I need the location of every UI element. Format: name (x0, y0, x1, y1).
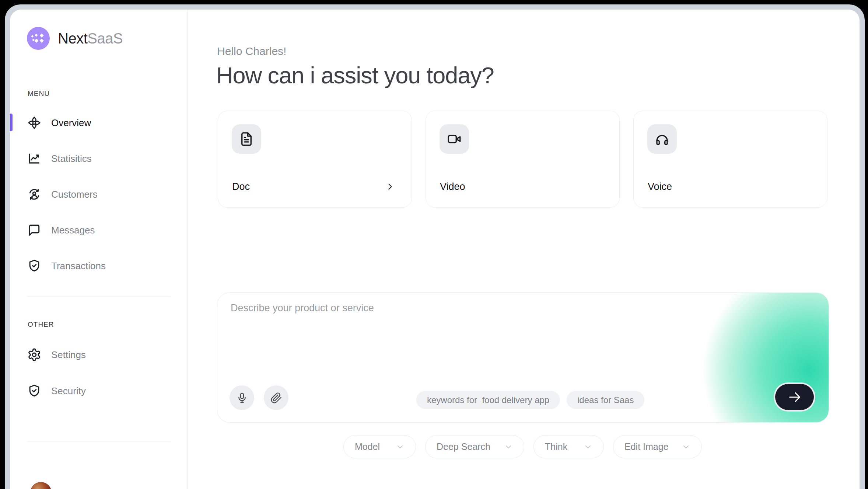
card-voice[interactable]: Voice (633, 111, 827, 208)
card-video[interactable]: Video (426, 111, 620, 208)
option-label: Model (355, 441, 380, 452)
chevron-down-icon (682, 443, 690, 451)
sidebar-item-customers[interactable]: Customers (27, 183, 175, 206)
main-content: Hello Charles! How can i assist you toda… (188, 10, 860, 489)
active-item-indicator (10, 114, 13, 131)
brand-name-secondary: SaaS (87, 30, 123, 46)
sidebar: NextSaaS MENU Overview Statisitics (10, 10, 188, 489)
sidebar-divider (27, 441, 171, 441)
mic-button[interactable] (230, 385, 254, 410)
option-label: Edit Image (624, 441, 669, 452)
prompt-input[interactable] (231, 302, 680, 361)
sidebar-item-overview[interactable]: Overview (27, 111, 175, 135)
brand-logo-badge (27, 27, 50, 50)
line-chart-icon (27, 152, 41, 166)
card-label: Doc (232, 181, 250, 193)
sidebar-item-transactions[interactable]: Transactions (27, 254, 175, 278)
pixel-arrow-icon (27, 27, 50, 50)
sidebar-item-label: Security (51, 385, 86, 397)
paperclip-icon (270, 392, 282, 404)
suggestion-chip-ideas[interactable]: ideas for Saas (567, 391, 644, 409)
option-label: Think (545, 441, 567, 452)
sidebar-item-messages[interactable]: Messages (27, 218, 175, 242)
chevron-right-icon[interactable] (385, 181, 395, 192)
headphones-icon (654, 131, 670, 147)
sidebar-item-label: Customers (51, 189, 98, 200)
brand-name-primary: Next (58, 30, 87, 46)
chevron-down-icon (584, 443, 592, 451)
user-profile[interactable]: Lana Torres (30, 482, 113, 489)
document-icon (239, 131, 254, 147)
attach-button[interactable] (264, 385, 288, 410)
sidebar-item-label: Overview (51, 117, 91, 129)
clover-icon (27, 116, 41, 130)
mic-icon (236, 392, 248, 404)
option-label: Deep Search (437, 441, 490, 452)
card-label: Voice (648, 181, 672, 193)
card-icon-tile (232, 124, 261, 154)
sidebar-item-label: Settings (51, 349, 86, 361)
chevron-down-icon (504, 443, 513, 451)
user-name: Lana Torres (60, 487, 113, 489)
brand-logo[interactable]: NextSaaS (27, 27, 123, 50)
chevron-down-icon (396, 443, 405, 451)
sidebar-item-label: Statisitics (51, 153, 92, 164)
screen: NextSaaS MENU Overview Statisitics (0, 0, 868, 489)
other-section-label: OTHER (28, 320, 54, 329)
sidebar-item-statisitics[interactable]: Statisitics (27, 147, 175, 170)
card-doc[interactable]: Doc (218, 111, 412, 208)
option-think[interactable]: Think (533, 435, 604, 458)
sidebar-divider (27, 296, 171, 297)
composer-options: Model Deep Search Think Edit Image (343, 435, 702, 458)
option-deep-search[interactable]: Deep Search (425, 435, 524, 458)
prompt-composer: keywords for food delivery app ideas for… (217, 292, 829, 423)
card-icon-tile (647, 124, 677, 154)
shield-check-icon (27, 384, 41, 398)
card-icon-tile (440, 124, 469, 154)
quick-action-cards: Doc Video (218, 111, 827, 208)
menu-section-label: MENU (28, 90, 50, 98)
sidebar-item-label: Messages (51, 225, 95, 236)
page-title: How can i assist you today? (216, 62, 494, 89)
avatar (30, 482, 52, 489)
option-model[interactable]: Model (343, 435, 416, 458)
card-label: Video (440, 181, 465, 193)
video-camera-icon (447, 131, 462, 147)
gear-icon (27, 348, 41, 362)
message-bubble-icon (27, 223, 41, 237)
app-page: NextSaaS MENU Overview Statisitics (10, 10, 860, 489)
sidebar-item-label: Transactions (51, 260, 106, 272)
send-button[interactable] (774, 382, 815, 412)
user-sync-icon (27, 187, 41, 201)
option-edit-image[interactable]: Edit Image (613, 435, 702, 458)
sidebar-item-settings[interactable]: Settings (27, 343, 175, 367)
arrow-right-icon (786, 389, 803, 406)
shield-check-icon (27, 259, 41, 273)
sidebar-item-security[interactable]: Security (27, 379, 175, 403)
greeting-text: Hello Charles! (217, 45, 286, 58)
suggestion-chip-keywords[interactable]: keywords for food delivery app (416, 391, 560, 409)
brand-name: NextSaaS (58, 30, 123, 47)
